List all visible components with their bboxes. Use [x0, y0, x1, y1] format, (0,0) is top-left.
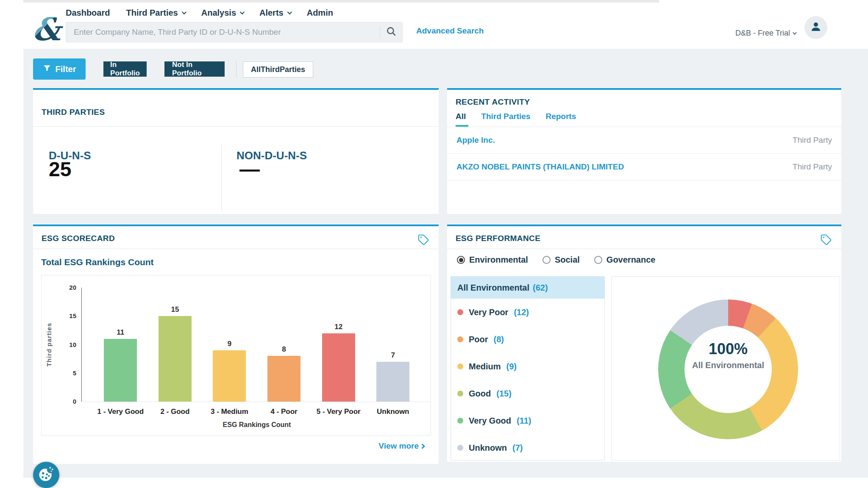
radio-label: Social [555, 255, 580, 265]
bar[interactable] [322, 333, 355, 402]
esg-list-item-count: (11) [517, 416, 531, 426]
ranking-dot-icon [457, 445, 463, 451]
esg-list-item-label: Poor [469, 335, 488, 344]
bar-category-label: 3 - Medium [211, 408, 248, 416]
bar-category-label: Unknown [377, 408, 409, 416]
company-search-box [66, 22, 403, 42]
bar-column-1-very-good: 111 - Very Good [93, 288, 148, 402]
esg-list-item-poor[interactable]: Poor (8) [451, 326, 604, 353]
donut-label: All Environmental [658, 360, 798, 370]
y-tick-label: 20 [53, 284, 76, 291]
radio-governance[interactable]: Governance [594, 255, 656, 265]
bar[interactable] [376, 362, 409, 402]
bar[interactable] [267, 356, 300, 402]
filter-button-label: Filter [56, 64, 76, 74]
chevron-down-icon [181, 10, 186, 14]
chevron-right-icon [420, 444, 425, 449]
tab-reports[interactable]: Reports [545, 112, 576, 126]
view-more-label: View more [378, 441, 419, 451]
non-duns-count: — [239, 158, 260, 181]
nav-item-dashboard[interactable]: Dashboard [66, 8, 110, 18]
filter-button[interactable]: Filter [33, 58, 86, 80]
all-third-parties-chip[interactable]: AllThirdParties [243, 61, 313, 78]
search-input[interactable] [66, 22, 380, 42]
activity-row[interactable]: AKZO NOBEL PAINTS (THAILAND) LIMITEDThir… [447, 154, 841, 180]
esg-performance-title: ESG PERFORMANCE [456, 234, 540, 243]
esg-list-header-label: All Environmental [457, 283, 529, 293]
funnel-icon [43, 64, 51, 75]
tag-icon[interactable] [417, 234, 429, 246]
recent-activity-card: RECENT ACTIVITY AllThird PartiesReports … [447, 88, 841, 214]
bar[interactable] [159, 316, 192, 402]
nav-item-admin[interactable]: Admin [307, 8, 333, 18]
bar-value-label: 9 [228, 340, 231, 348]
nav-item-label: Alerts [259, 8, 284, 18]
activity-row[interactable]: Apple Inc.Third Party [447, 127, 841, 154]
esg-scorecard-card: ESG SCORECARD Total ESG Rankings Count T… [33, 225, 439, 464]
esg-list-item-label: Medium [469, 362, 501, 372]
activity-company-link[interactable]: AKZO NOBEL PAINTS (THAILAND) LIMITED [456, 162, 624, 172]
tab-all[interactable]: All [456, 112, 466, 126]
bar-column-4-poor: 84 - Poor [257, 288, 312, 402]
y-tick-label: 15 [53, 312, 76, 319]
ranking-dot-icon [457, 391, 463, 396]
esg-list-item-count: (12) [514, 308, 529, 317]
nav-item-label: Dashboard [66, 8, 110, 18]
esg-list-item-label: Very Poor [469, 308, 508, 317]
view-more-link[interactable]: View more [378, 441, 424, 451]
nav-item-analysis[interactable]: Analysis [201, 8, 243, 18]
activity-company-link[interactable]: Apple Inc. [456, 136, 495, 145]
dnb-logo[interactable]: & [32, 14, 66, 47]
esg-list-item-very-poor[interactable]: Very Poor (12) [451, 299, 604, 326]
y-tick-label: 0 [53, 398, 76, 405]
user-icon [810, 20, 822, 35]
tag-icon[interactable] [820, 234, 832, 246]
account-menu[interactable]: D&B - Free Trial [735, 29, 796, 38]
radio-social[interactable]: Social [542, 255, 580, 265]
cookie-consent-button[interactable] [33, 462, 59, 488]
esg-dimension-radios: EnvironmentalSocialGovernance [457, 255, 655, 265]
advanced-search-link[interactable]: Advanced Search [416, 26, 484, 36]
cookie-icon [37, 465, 56, 485]
esg-list-item-good[interactable]: Good (15) [451, 380, 604, 407]
third-parties-card-title: THIRD PARTIES [42, 108, 105, 117]
account-label: D&B - Free Trial [735, 29, 790, 38]
bar-value-label: 12 [334, 323, 342, 331]
bar-column-5-very-poor: 125 - Very Poor [311, 288, 366, 402]
tab-third-parties[interactable]: Third Parties [481, 112, 530, 126]
not-in-portfolio-button[interactable]: Not In Portfolio [164, 61, 225, 77]
card-header-divider [33, 249, 439, 249]
recent-activity-tabs: AllThird PartiesReports [456, 112, 576, 126]
bar-column-unknown: 7Unknown [366, 288, 420, 402]
bar-chart-title: Total ESG Rankings Count [41, 257, 154, 267]
bar[interactable] [104, 339, 137, 402]
user-avatar[interactable] [804, 16, 827, 39]
ranking-dot-icon [457, 418, 463, 424]
esg-list-item-count: (15) [496, 389, 512, 399]
esg-list-item-count: (9) [506, 362, 517, 372]
main-nav: DashboardThird PartiesAnalysisAlertsAdmi… [66, 7, 333, 19]
bar-value-label: 8 [282, 345, 286, 354]
radio-environmental[interactable]: Environmental [457, 255, 528, 265]
nav-item-third-parties[interactable]: Third Parties [126, 8, 185, 18]
esg-list-item-unknown[interactable]: Unknown (7) [451, 434, 604, 461]
esg-performance-card: ESG PERFORMANCE EnvironmentalSocialGover… [447, 225, 841, 462]
in-portfolio-button[interactable]: In Portfolio [103, 61, 147, 77]
bar-value-label: 11 [117, 328, 124, 337]
radio-label: Environmental [469, 255, 528, 265]
third-parties-card: THIRD PARTIES D-U-N-S 25 NON-D-U-N-S — [33, 88, 439, 214]
bar-value-label: 7 [391, 351, 395, 360]
esg-list-item-medium[interactable]: Medium (9) [451, 353, 604, 380]
y-axis-label: Third parties [45, 313, 53, 377]
esg-list-item-count: (8) [494, 335, 504, 344]
esg-list-header[interactable]: All Environmental(62) [451, 277, 604, 299]
chevron-down-icon [240, 10, 245, 14]
esg-list-item-very-good[interactable]: Very Good (11) [451, 407, 604, 434]
esg-bar-chart: Third parties 111 - Very Good152 - Good9… [41, 275, 431, 436]
y-tick-label: 10 [53, 341, 76, 348]
recent-activity-list: Apple Inc.Third PartyAKZO NOBEL PAINTS (… [447, 127, 841, 180]
nav-item-alerts[interactable]: Alerts [259, 8, 291, 18]
x-axis-label: ESG Rankings Count [223, 421, 291, 429]
search-button[interactable] [380, 22, 402, 42]
bar[interactable] [213, 350, 246, 402]
